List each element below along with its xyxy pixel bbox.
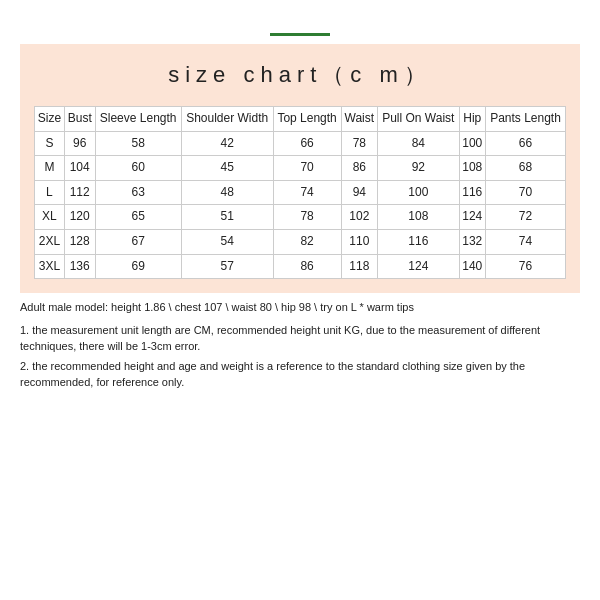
table-cell: XL — [35, 205, 65, 230]
table-cell: 70 — [273, 156, 341, 181]
column-header: Top Length — [273, 107, 341, 132]
column-header: Bust — [64, 107, 95, 132]
table-cell: 140 — [459, 254, 485, 279]
notes-section: Adult male model: height 1.86 \ chest 10… — [20, 299, 580, 394]
table-cell: 108 — [378, 205, 460, 230]
table-cell: 66 — [485, 131, 565, 156]
table-cell: 118 — [341, 254, 377, 279]
column-header: Pull On Waist — [378, 107, 460, 132]
table-cell: 136 — [64, 254, 95, 279]
table-row: 2XL12867548211011613274 — [35, 229, 566, 254]
table-cell: 116 — [459, 180, 485, 205]
table-cell: 86 — [273, 254, 341, 279]
table-cell: 82 — [273, 229, 341, 254]
table-cell: 3XL — [35, 254, 65, 279]
table-cell: L — [35, 180, 65, 205]
table-cell: 68 — [485, 156, 565, 181]
tip-item: 1. the measurement unit length are CM, r… — [20, 322, 580, 355]
top-bar — [0, 0, 600, 40]
table-cell: 45 — [181, 156, 273, 181]
table-cell: 76 — [485, 254, 565, 279]
model-note: Adult male model: height 1.86 \ chest 10… — [20, 299, 580, 316]
column-header: Hip — [459, 107, 485, 132]
table-cell: 2XL — [35, 229, 65, 254]
table-cell: 70 — [485, 180, 565, 205]
table-row: 3XL13669578611812414076 — [35, 254, 566, 279]
table-cell: 84 — [378, 131, 460, 156]
table-cell: 67 — [95, 229, 181, 254]
table-cell: 86 — [341, 156, 377, 181]
table-cell: 74 — [273, 180, 341, 205]
table-cell: 104 — [64, 156, 95, 181]
table-row: XL12065517810210812472 — [35, 205, 566, 230]
table-cell: 51 — [181, 205, 273, 230]
table-cell: 74 — [485, 229, 565, 254]
size-table: SizeBustSleeve LengthShoulder WidthTop L… — [34, 106, 566, 279]
table-cell: 112 — [64, 180, 95, 205]
table-cell: S — [35, 131, 65, 156]
column-header: Pants Length — [485, 107, 565, 132]
chart-title: size chart（c m） — [34, 54, 566, 96]
column-header: Sleeve Length — [95, 107, 181, 132]
table-cell: 42 — [181, 131, 273, 156]
table-cell: 72 — [485, 205, 565, 230]
table-cell: 94 — [341, 180, 377, 205]
table-cell: 58 — [95, 131, 181, 156]
table-cell: 120 — [64, 205, 95, 230]
table-cell: 124 — [459, 205, 485, 230]
accent-line — [270, 33, 330, 36]
table-cell: 96 — [64, 131, 95, 156]
table-cell: 69 — [95, 254, 181, 279]
table-cell: M — [35, 156, 65, 181]
table-cell: 78 — [341, 131, 377, 156]
table-row: M104604570869210868 — [35, 156, 566, 181]
table-cell: 124 — [378, 254, 460, 279]
column-header: Size — [35, 107, 65, 132]
table-cell: 100 — [459, 131, 485, 156]
table-cell: 110 — [341, 229, 377, 254]
table-cell: 102 — [341, 205, 377, 230]
table-cell: 60 — [95, 156, 181, 181]
size-chart-container: size chart（c m） SizeBustSleeve LengthSho… — [20, 44, 580, 293]
table-cell: 100 — [378, 180, 460, 205]
table-cell: 57 — [181, 254, 273, 279]
tips-container: 1. the measurement unit length are CM, r… — [20, 322, 580, 391]
table-cell: 78 — [273, 205, 341, 230]
table-cell: 92 — [378, 156, 460, 181]
table-cell: 48 — [181, 180, 273, 205]
table-cell: 66 — [273, 131, 341, 156]
table-cell: 54 — [181, 229, 273, 254]
table-header-row: SizeBustSleeve LengthShoulder WidthTop L… — [35, 107, 566, 132]
table-cell: 108 — [459, 156, 485, 181]
table-cell: 65 — [95, 205, 181, 230]
table-cell: 116 — [378, 229, 460, 254]
table-cell: 128 — [64, 229, 95, 254]
tip-item: 2. the recommended height and age and we… — [20, 358, 580, 391]
column-header: Shoulder Width — [181, 107, 273, 132]
table-cell: 63 — [95, 180, 181, 205]
table-row: L1126348749410011670 — [35, 180, 566, 205]
table-cell: 132 — [459, 229, 485, 254]
table-row: S96584266788410066 — [35, 131, 566, 156]
column-header: Waist — [341, 107, 377, 132]
